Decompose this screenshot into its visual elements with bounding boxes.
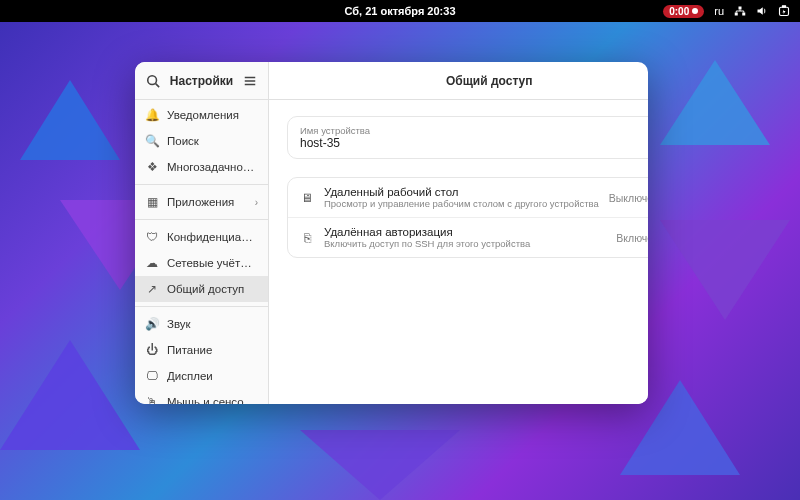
option-subtitle: Просмотр и управление рабочим столом с д… [324, 198, 599, 209]
svg-point-4 [148, 75, 157, 84]
sidebar-item-label: Многозадачность [167, 161, 258, 173]
sidebar-item-c1[interactable]: ☁Сетевые учётные записи [135, 250, 268, 276]
sidebar-item-c0[interactable]: 🛡Конфиденциальность [135, 224, 268, 250]
screencast-indicator[interactable]: 0:00 [663, 5, 704, 18]
device-name-value: host-35 [300, 136, 648, 150]
sharing-options-card: 🖥Удаленный рабочий столПросмотр и управл… [287, 177, 648, 258]
content-body: Имя устройства host-35 🖥Удаленный рабочи… [269, 100, 648, 404]
sidebar-title: Настройки [170, 74, 233, 88]
separator [135, 219, 268, 220]
sidebar-item-a0[interactable]: 🔔Уведомления [135, 102, 268, 128]
clock[interactable]: Сб, 21 октября 20:33 [344, 5, 455, 17]
sharing-option-row[interactable]: 🖥Удаленный рабочий столПросмотр и управл… [288, 178, 648, 217]
volume-icon[interactable] [756, 5, 768, 17]
sidebar-item-d2[interactable]: 🖵Дисплеи [135, 363, 268, 389]
sidebar-item-icon: 🖵 [145, 369, 159, 383]
separator [135, 184, 268, 185]
sidebar-item-a1[interactable]: 🔍Поиск [135, 128, 268, 154]
sidebar-header: Настройки [135, 62, 268, 100]
sidebar-item-icon: ▦ [145, 195, 159, 209]
sidebar: Настройки 🔔Уведомления🔍Поиск❖Многозадачн… [135, 62, 269, 404]
power-icon[interactable] [778, 5, 790, 17]
sidebar-item-c2[interactable]: ↗Общий доступ [135, 276, 268, 302]
sidebar-item-d1[interactable]: ⏻Питание [135, 337, 268, 363]
option-subtitle: Включить доступ по SSH для этого устройс… [324, 238, 606, 249]
settings-window: Настройки 🔔Уведомления🔍Поиск❖Многозадачн… [135, 62, 648, 404]
sidebar-item-a2[interactable]: ❖Многозадачность [135, 154, 268, 180]
sidebar-item-icon: ⏻ [145, 343, 159, 357]
sidebar-item-label: Сетевые учётные записи [167, 257, 258, 269]
option-title: Удаленный рабочий стол [324, 186, 599, 198]
sidebar-item-icon: 🖱 [145, 395, 159, 404]
sidebar-list: 🔔Уведомления🔍Поиск❖Многозадачность ▦Прил… [135, 100, 268, 404]
chevron-right-icon: › [255, 197, 258, 208]
content-panel: Общий доступ Имя устройства host-35 🖥Уда… [269, 62, 648, 404]
sidebar-item-icon: ❖ [145, 160, 159, 174]
menu-button[interactable] [239, 70, 260, 92]
sidebar-item-label: Приложения [167, 196, 247, 208]
option-icon: ⎘ [300, 231, 314, 245]
sidebar-item-icon: ☁ [145, 256, 159, 270]
sidebar-item-label: Конфиденциальность [167, 231, 258, 243]
sidebar-item-label: Звук [167, 318, 258, 330]
option-icon: 🖥 [300, 191, 314, 205]
option-status: Выключено [609, 192, 648, 204]
content-header: Общий доступ [269, 62, 648, 100]
sidebar-item-d0[interactable]: 🔊Звук [135, 311, 268, 337]
top-bar: Сб, 21 октября 20:33 0:00 ru [0, 0, 800, 22]
sidebar-item-icon: 🛡 [145, 230, 159, 244]
sidebar-item-icon: 🔍 [145, 134, 159, 148]
svg-rect-0 [739, 7, 742, 10]
option-title: Удалённая авторизация [324, 226, 606, 238]
network-icon[interactable] [734, 5, 746, 17]
keyboard-layout-indicator[interactable]: ru [714, 5, 724, 17]
device-name-label: Имя устройства [300, 125, 648, 136]
sidebar-item-d3[interactable]: 🖱Мышь и сенсорная панель [135, 389, 268, 404]
sidebar-item-label: Общий доступ [167, 283, 258, 295]
sidebar-item-label: Дисплеи [167, 370, 258, 382]
sharing-option-row[interactable]: ⎘Удалённая авторизацияВключить доступ по… [288, 217, 648, 257]
svg-rect-2 [742, 13, 745, 16]
sidebar-item-label: Уведомления [167, 109, 258, 121]
sidebar-item-icon: 🔊 [145, 317, 159, 331]
sidebar-item-label: Поиск [167, 135, 258, 147]
sidebar-item-label: Питание [167, 344, 258, 356]
search-button[interactable] [143, 70, 164, 92]
option-status: Включено [616, 232, 648, 244]
sidebar-item-b0[interactable]: ▦Приложения› [135, 189, 268, 215]
svg-rect-1 [735, 13, 738, 16]
sidebar-item-label: Мышь и сенсорная панель [167, 396, 258, 404]
sidebar-item-icon: ↗ [145, 282, 159, 296]
separator [135, 306, 268, 307]
sidebar-item-icon: 🔔 [145, 108, 159, 122]
device-name-card: Имя устройства host-35 [287, 116, 648, 159]
page-title: Общий доступ [446, 74, 533, 88]
